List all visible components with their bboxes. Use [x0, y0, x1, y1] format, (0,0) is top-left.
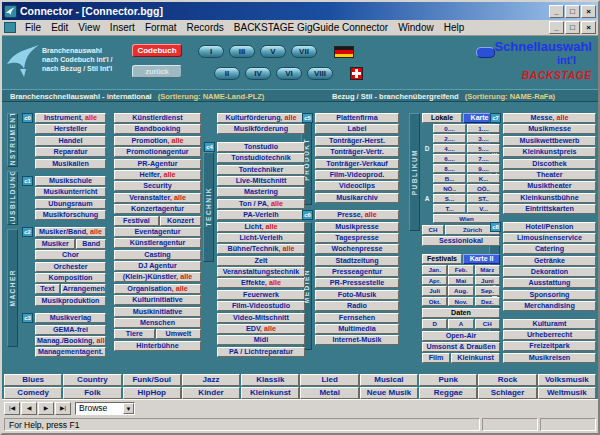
maximize-button[interactable]: □	[565, 5, 580, 18]
category-button[interactable]: Freizeitpark	[503, 341, 596, 351]
category-button[interactable]: Bandbooking	[114, 124, 201, 134]
category-button[interactable]: Kulturinitiative	[114, 295, 201, 305]
category-button[interactable]: Fernsehen	[315, 313, 399, 323]
category-button[interactable]: Musikunterricht	[35, 187, 106, 197]
genre-button[interactable]: Volksmusik	[538, 374, 596, 386]
category-button[interactable]: Kulturförderung, alle	[217, 113, 305, 123]
roman-numeral-button[interactable]: III	[229, 45, 255, 58]
genre-button[interactable]: Lied	[300, 374, 358, 386]
sessionlokal-button[interactable]: Sessionlokal	[422, 236, 500, 246]
category-button[interactable]: Getränke	[503, 256, 596, 266]
category-button[interactable]: Umwelt	[156, 329, 201, 339]
menu-item[interactable]: Window	[393, 21, 439, 34]
category-button[interactable]: Security	[114, 181, 201, 191]
zone-button[interactable]: 6....	[433, 154, 466, 163]
germany-flag-button[interactable]	[334, 46, 354, 58]
category-button[interactable]: DJ Agentur	[114, 261, 201, 271]
category-button[interactable]: Videoclips	[315, 181, 399, 191]
roman-numeral-button[interactable]: V	[260, 45, 286, 58]
zone-button[interactable]: NÖ..	[433, 184, 466, 193]
menu-item[interactable]: View	[73, 21, 105, 34]
category-button[interactable]: PR-Agentur	[114, 159, 201, 169]
category-button[interactable]: Dekoration	[503, 267, 596, 277]
category-button[interactable]: EDV, alle	[217, 324, 305, 334]
genre-button[interactable]: Rock	[478, 374, 536, 386]
mdi-close-button[interactable]: ×	[581, 21, 596, 34]
category-button[interactable]: Arrangement	[61, 284, 106, 294]
genre-button[interactable]: HipHop	[123, 387, 181, 399]
record-nav-button[interactable]: ▶	[38, 402, 54, 415]
category-button[interactable]: Film-Videostudio	[217, 301, 305, 311]
codebuch-button[interactable]: Codebuch	[132, 44, 182, 57]
category-button[interactable]: Kleinkunstbühne	[503, 193, 596, 203]
category-button[interactable]: Übungsraum	[35, 199, 106, 209]
genre-button[interactable]: Reggae	[419, 387, 477, 399]
genre-button[interactable]: Funk/Soul	[123, 374, 181, 386]
openair-button[interactable]: Open-Air	[422, 331, 500, 341]
category-button[interactable]: Film	[422, 353, 450, 363]
category-button[interactable]: Eintrittskarten	[503, 204, 596, 214]
genre-button[interactable]: Schlager	[478, 387, 536, 399]
category-button[interactable]: Foto-Musik	[315, 290, 399, 300]
country-button[interactable]: A	[448, 319, 473, 329]
category-button[interactable]: Musikpresse	[315, 222, 399, 232]
menu-item[interactable]: Format	[140, 21, 182, 34]
category-button[interactable]: Tonstudio	[217, 142, 305, 152]
category-button[interactable]: Promotion, alle	[114, 136, 201, 146]
dates-button[interactable]: Daten	[422, 308, 500, 318]
category-button[interactable]: Musikarchiv	[315, 193, 399, 203]
zone-button[interactable]: B...	[433, 174, 466, 183]
category-button[interactable]: Discothek	[503, 159, 596, 169]
category-button[interactable]: Orchester	[35, 262, 106, 272]
genre-button[interactable]: Jazz	[182, 374, 240, 386]
category-button[interactable]: Zelt	[217, 256, 305, 266]
category-button[interactable]: Limousinenservice	[503, 233, 596, 243]
category-button[interactable]: Musikförderung	[217, 124, 305, 134]
category-button[interactable]: Organisation, alle	[114, 284, 201, 294]
category-button[interactable]: Mastering	[217, 187, 305, 197]
category-button[interactable]: Feuerwerk	[217, 290, 305, 300]
category-button[interactable]: Ton / PA, alle	[217, 199, 305, 209]
genre-button[interactable]: Neue Musik	[360, 387, 418, 399]
category-button[interactable]: Tonträger-Verkauf	[315, 159, 399, 169]
category-button[interactable]: Kulturamt	[503, 319, 596, 329]
menu-item[interactable]: Records	[182, 21, 229, 34]
minimize-button[interactable]: _	[549, 5, 564, 18]
category-button[interactable]: Musikalien	[35, 159, 106, 169]
category-button[interactable]: Effekte, alle	[217, 278, 305, 288]
category-button[interactable]: Film-Videoprod.	[315, 170, 399, 180]
zone-button[interactable]: 0....	[433, 124, 466, 133]
category-button[interactable]: Chor	[35, 250, 106, 260]
category-button[interactable]: Multimedia	[315, 324, 399, 334]
genre-button[interactable]: Kinder	[182, 387, 240, 399]
switzerland-flag-button[interactable]	[350, 67, 363, 80]
title-bar[interactable]: Connector - [Connector.bgg] _ □ ×	[2, 2, 598, 20]
category-button[interactable]: Konzert	[160, 216, 201, 226]
category-button[interactable]: Merchandising	[503, 301, 596, 311]
category-button[interactable]: Hotel/Pension	[503, 222, 596, 232]
roman-numeral-button[interactable]: VI	[276, 67, 302, 80]
genre-button[interactable]: Punk	[419, 374, 477, 386]
menu-item[interactable]: Edit	[46, 21, 73, 34]
record-nav-button[interactable]: ◀	[21, 402, 37, 415]
genre-button[interactable]: Blues	[4, 374, 62, 386]
category-button[interactable]: Hersteller	[35, 124, 106, 134]
category-button[interactable]: Sponsoring	[503, 290, 596, 300]
zone-button[interactable]: T...	[433, 204, 466, 213]
category-button[interactable]: Veranstalter, alle	[114, 193, 201, 203]
month-button[interactable]: Okt.	[422, 297, 447, 307]
month-button[interactable]: Jan.	[422, 265, 447, 275]
category-button[interactable]: Reparatur	[35, 147, 106, 157]
category-button[interactable]: Wochenpresse	[315, 244, 399, 254]
category-button[interactable]: GEMA-frei	[35, 325, 106, 335]
category-button[interactable]: Tagespresse	[315, 233, 399, 243]
mdi-restore-button[interactable]: □	[565, 21, 580, 34]
category-button[interactable]: Musikverlag	[35, 313, 106, 323]
category-button[interactable]: Licht-Verleih	[217, 233, 305, 243]
category-button[interactable]: Musiker/Band, alle	[35, 227, 106, 237]
category-button[interactable]: Musikinitiative	[114, 307, 201, 317]
category-button[interactable]: Tiere	[114, 329, 155, 339]
category-button[interactable]: Label	[315, 124, 399, 134]
category-button[interactable]: PR-Pressestelle	[315, 278, 399, 288]
genre-button[interactable]: Weltmusik	[538, 387, 596, 399]
